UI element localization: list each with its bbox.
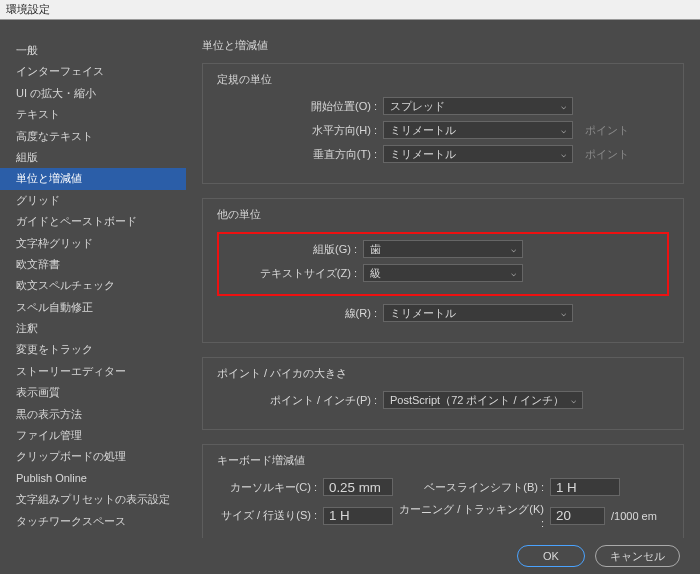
ok-label: OK: [543, 550, 559, 562]
sidebar-item-label: 文字枠グリッド: [16, 237, 93, 249]
point-label: ポイント / インチ(P) :: [217, 393, 377, 408]
sidebar-item-label: テキスト: [16, 108, 60, 120]
typesetting-value: 歯: [370, 242, 381, 257]
origin-select[interactable]: スプレッド ⌵: [383, 97, 573, 115]
horizontal-suffix: ポイント: [585, 123, 635, 138]
sidebar-item-1[interactable]: インターフェイス: [0, 61, 186, 82]
cancel-button[interactable]: キャンセル: [595, 545, 680, 567]
ruler-title: 定規の単位: [217, 72, 669, 87]
sidebar-item-12[interactable]: スペル自動修正: [0, 297, 186, 318]
chevron-down-icon: ⌵: [511, 244, 516, 254]
size-label: サイズ / 行送り(S) :: [217, 508, 317, 523]
baseline-label: ベースラインシフト(B) :: [399, 480, 544, 495]
sidebar-item-label: クリップボードの処理: [16, 450, 126, 462]
sidebar-item-label: ファイル管理: [16, 429, 82, 441]
ruler-group: 定規の単位 開始位置(O) : スプレッド ⌵ 水平方向(H) : ミリメートル…: [202, 63, 684, 184]
line-label: 線(R) :: [217, 306, 377, 321]
sidebar-item-22[interactable]: タッチワークスペース: [0, 511, 186, 532]
main: 一般インターフェイスUI の拡大・縮小テキスト高度なテキスト組版単位と増減値グリ…: [0, 20, 700, 538]
sidebar-item-7[interactable]: グリッド: [0, 190, 186, 211]
keyboard-title: キーボード増減値: [217, 453, 669, 468]
page-title: 単位と増減値: [202, 38, 684, 53]
sidebar-item-label: ガイドとペーストボード: [16, 215, 137, 227]
sidebar-item-8[interactable]: ガイドとペーストボード: [0, 211, 186, 232]
sidebar-item-15[interactable]: ストーリーエディター: [0, 361, 186, 382]
kerning-unit: /1000 em: [611, 510, 657, 522]
sidebar-item-label: タッチワークスペース: [16, 515, 126, 527]
sidebar-item-19[interactable]: クリップボードの処理: [0, 446, 186, 467]
keyboard-group: キーボード増減値 カーソルキー(C) : ベースラインシフト(B) : サイズ …: [202, 444, 684, 550]
vertical-value: ミリメートル: [390, 147, 456, 162]
sidebar-item-11[interactable]: 欧文スペルチェック: [0, 275, 186, 296]
sidebar-item-label: 単位と増減値: [16, 172, 82, 184]
size-input[interactable]: [323, 507, 393, 525]
sidebar-item-label: スペル自動修正: [16, 301, 93, 313]
sidebar-item-label: 欧文スペルチェック: [16, 279, 115, 291]
chevron-down-icon: ⌵: [561, 101, 566, 111]
window-title: 環境設定: [6, 2, 50, 17]
line-value: ミリメートル: [390, 306, 456, 321]
sidebar-item-16[interactable]: 表示画質: [0, 382, 186, 403]
sidebar-item-20[interactable]: Publish Online: [0, 468, 186, 489]
sidebar-item-label: 変更をトラック: [16, 343, 93, 355]
sidebar-item-21[interactable]: 文字組みプリセットの表示設定: [0, 489, 186, 510]
sidebar-item-label: 一般: [16, 44, 38, 56]
sidebar-item-6[interactable]: 単位と増減値: [0, 168, 186, 189]
vertical-suffix: ポイント: [585, 147, 635, 162]
sidebar-item-4[interactable]: 高度なテキスト: [0, 126, 186, 147]
sidebar-item-18[interactable]: ファイル管理: [0, 425, 186, 446]
sidebar-item-0[interactable]: 一般: [0, 40, 186, 61]
other-title: 他の単位: [217, 207, 669, 222]
sidebar-item-17[interactable]: 黒の表示方法: [0, 404, 186, 425]
footer: OK キャンセル: [0, 538, 700, 574]
sidebar-item-label: 注釈: [16, 322, 38, 334]
vertical-label: 垂直方向(T) :: [217, 147, 377, 162]
sidebar-item-label: 欧文辞書: [16, 258, 60, 270]
sidebar-item-label: 表示画質: [16, 386, 60, 398]
chevron-down-icon: ⌵: [511, 268, 516, 278]
cancel-label: キャンセル: [610, 549, 665, 564]
sidebar-item-5[interactable]: 組版: [0, 147, 186, 168]
sidebar-item-14[interactable]: 変更をトラック: [0, 339, 186, 360]
cursor-input[interactable]: [323, 478, 393, 496]
sidebar-item-13[interactable]: 注釈: [0, 318, 186, 339]
sidebar-item-label: 文字組みプリセットの表示設定: [16, 493, 170, 505]
sidebar-item-label: 組版: [16, 151, 38, 163]
typesetting-label: 組版(G) :: [227, 242, 357, 257]
sidebar-item-9[interactable]: 文字枠グリッド: [0, 233, 186, 254]
highlight-box: 組版(G) : 歯 ⌵ テキストサイズ(Z) : 級 ⌵: [217, 232, 669, 296]
sidebar: 一般インターフェイスUI の拡大・縮小テキスト高度なテキスト組版単位と増減値グリ…: [0, 20, 186, 538]
vertical-select[interactable]: ミリメートル ⌵: [383, 145, 573, 163]
other-group: 他の単位 組版(G) : 歯 ⌵ テキストサイズ(Z) : 級 ⌵: [202, 198, 684, 343]
sidebar-item-3[interactable]: テキスト: [0, 104, 186, 125]
line-select[interactable]: ミリメートル ⌵: [383, 304, 573, 322]
sidebar-item-2[interactable]: UI の拡大・縮小: [0, 83, 186, 104]
title-bar: 環境設定: [0, 0, 700, 20]
sidebar-item-label: 高度なテキスト: [16, 130, 93, 142]
horizontal-label: 水平方向(H) :: [217, 123, 377, 138]
point-value: PostScript（72 ポイント / インチ）: [390, 393, 564, 408]
cursor-label: カーソルキー(C) :: [217, 480, 317, 495]
point-select[interactable]: PostScript（72 ポイント / インチ） ⌵: [383, 391, 583, 409]
textsize-label: テキストサイズ(Z) :: [227, 266, 357, 281]
baseline-input[interactable]: [550, 478, 620, 496]
kerning-input[interactable]: [550, 507, 605, 525]
point-group: ポイント / パイカの大きさ ポイント / インチ(P) : PostScrip…: [202, 357, 684, 430]
horizontal-value: ミリメートル: [390, 123, 456, 138]
ok-button[interactable]: OK: [517, 545, 585, 567]
sidebar-item-10[interactable]: 欧文辞書: [0, 254, 186, 275]
chevron-down-icon: ⌵: [571, 395, 576, 405]
sidebar-item-label: Publish Online: [16, 472, 87, 484]
sidebar-item-label: グリッド: [16, 194, 60, 206]
kerning-label: カーニング / トラッキング(K) :: [399, 502, 544, 529]
chevron-down-icon: ⌵: [561, 149, 566, 159]
sidebar-item-label: ストーリーエディター: [16, 365, 126, 377]
typesetting-select[interactable]: 歯 ⌵: [363, 240, 523, 258]
origin-label: 開始位置(O) :: [217, 99, 377, 114]
content: 単位と増減値 定規の単位 開始位置(O) : スプレッド ⌵ 水平方向(H) :…: [186, 20, 700, 538]
sidebar-item-label: インターフェイス: [16, 65, 104, 77]
textsize-select[interactable]: 級 ⌵: [363, 264, 523, 282]
chevron-down-icon: ⌵: [561, 125, 566, 135]
horizontal-select[interactable]: ミリメートル ⌵: [383, 121, 573, 139]
chevron-down-icon: ⌵: [561, 308, 566, 318]
